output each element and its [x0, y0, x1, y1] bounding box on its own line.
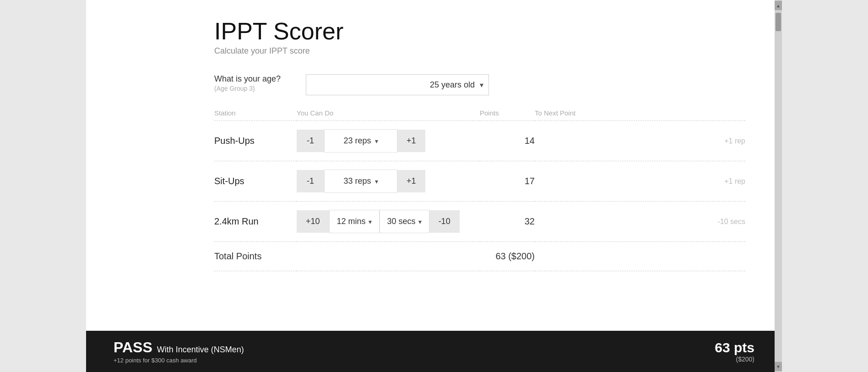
age-select-container: 17 years old 18 years old 19 years old 2…: [306, 74, 489, 95]
situps-value: 33 reps: [343, 176, 371, 186]
run-controls-cell: +10 12 mins ▾ 30 secs ▾ -10: [297, 202, 480, 242]
footer-award: ($200): [715, 356, 754, 363]
total-spacer: [297, 242, 480, 271]
run-mins-display: 12 mins ▾: [329, 210, 380, 233]
age-row: What is your age? (Age Group 3) 17 years…: [214, 74, 745, 95]
run-secs-chevron-icon: ▾: [418, 218, 422, 225]
pushups-next-point: +1 rep: [535, 121, 745, 161]
scrollbar-track: ▲ ▼: [775, 0, 782, 372]
pushups-points: 14: [480, 121, 535, 161]
pushups-value: 23 reps: [343, 136, 371, 146]
footer-right: 63 pts ($200): [715, 340, 754, 363]
run-secs-value: 30 secs: [387, 217, 416, 226]
situps-minus-button[interactable]: -1: [297, 170, 324, 192]
pushups-controls: -1 23 reps ▾ +1: [297, 129, 480, 153]
run-station-name: 2.4km Run: [214, 202, 297, 242]
scroll-thumb[interactable]: [776, 13, 781, 31]
age-group-label: (Age Group 3): [214, 85, 306, 92]
th-youcan: You Can Do: [297, 109, 480, 121]
scroll-up-arrow[interactable]: ▲: [775, 1, 782, 10]
run-points: 32: [480, 202, 535, 242]
situps-controls-cell: -1 33 reps ▾ +1: [297, 161, 480, 202]
app-container: IPPT Scorer Calculate your IPPT score Wh…: [86, 0, 782, 372]
run-mins-value: 12 mins: [337, 217, 366, 226]
run-minus-button[interactable]: -10: [429, 210, 460, 233]
app-subtitle: Calculate your IPPT score: [214, 46, 745, 56]
situps-chevron-icon: ▾: [375, 178, 378, 185]
total-next-spacer: [535, 242, 745, 271]
footer-left: PASS With Incentive (NSMen) +12 points f…: [114, 339, 244, 364]
footer-incentive-note: +12 points for $300 cash award: [114, 357, 244, 364]
run-next-point: -10 secs: [535, 202, 745, 242]
age-select[interactable]: 17 years old 18 years old 19 years old 2…: [306, 74, 489, 95]
situps-station-name: Sit-Ups: [214, 161, 297, 202]
total-row: Total Points 63 ($200): [214, 242, 745, 271]
table-row: Sit-Ups -1 33 reps ▾ +1 17 +1 r: [214, 161, 745, 202]
pushups-minus-button[interactable]: -1: [297, 130, 324, 152]
pushups-chevron-icon: ▾: [375, 137, 378, 145]
situps-points: 17: [480, 161, 535, 202]
pushups-plus-button[interactable]: +1: [397, 130, 425, 152]
footer-status-detail: With Incentive (NSMen): [157, 345, 244, 355]
footer-bar: PASS With Incentive (NSMen) +12 points f…: [86, 331, 782, 372]
table-row: 2.4km Run +10 12 mins ▾ 30 secs ▾: [214, 202, 745, 242]
run-secs-display: 30 secs ▾: [380, 210, 429, 233]
age-label: What is your age?: [214, 74, 306, 84]
run-plus-button[interactable]: +10: [297, 210, 329, 233]
pushups-station-name: Push-Ups: [214, 121, 297, 161]
situps-plus-button[interactable]: +1: [397, 170, 425, 192]
situps-value-display: 33 reps ▾: [324, 170, 397, 193]
run-controls: +10 12 mins ▾ 30 secs ▾ -10: [297, 210, 480, 233]
pushups-value-display: 23 reps ▾: [324, 129, 397, 153]
app-title: IPPT Scorer: [214, 18, 745, 44]
scroll-space: [775, 10, 782, 362]
th-next-point: To Next Point: [535, 109, 745, 121]
age-label-group: What is your age? (Age Group 3): [214, 74, 306, 92]
footer-status-row: PASS With Incentive (NSMen): [114, 339, 244, 356]
footer-points: 63 pts: [715, 340, 754, 356]
footer-status: PASS: [114, 339, 152, 356]
total-label: Total Points: [214, 242, 297, 271]
situps-next-point: +1 rep: [535, 161, 745, 202]
main-content: IPPT Scorer Calculate your IPPT score Wh…: [86, 0, 782, 331]
table-header: Station You Can Do Points To Next Point: [214, 109, 745, 121]
scroll-down-arrow[interactable]: ▼: [775, 362, 782, 371]
stations-table: Station You Can Do Points To Next Point …: [214, 109, 745, 271]
table-row: Push-Ups -1 23 reps ▾ +1 14 +1: [214, 121, 745, 161]
situps-controls: -1 33 reps ▾ +1: [297, 170, 480, 193]
total-points: 63 ($200): [480, 242, 535, 271]
th-points: Points: [480, 109, 535, 121]
run-mins-chevron-icon: ▾: [369, 218, 372, 225]
pushups-controls-cell: -1 23 reps ▾ +1: [297, 121, 480, 161]
th-station: Station: [214, 109, 297, 121]
